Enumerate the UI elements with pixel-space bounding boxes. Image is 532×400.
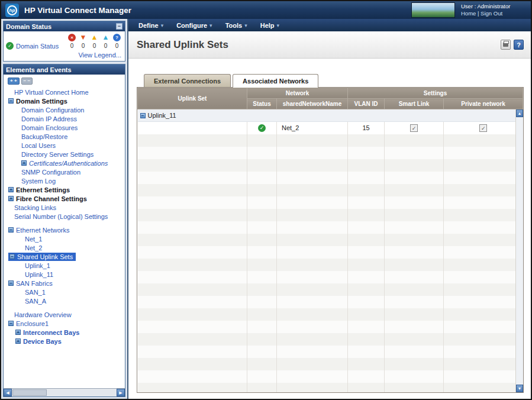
table-row [138, 321, 523, 333]
collapse-node-icon[interactable]: − [8, 280, 14, 286]
tree-item-domain-enclosures[interactable]: Domain Enclosures [5, 123, 125, 132]
expand-node-icon[interactable]: + [15, 330, 21, 335]
tree-item-certificates-authentications[interactable]: + Certificates/Authentications [5, 159, 125, 167]
private-network-checkbox[interactable]: ✓ [479, 124, 487, 132]
scroll-right-icon[interactable]: ▶ [117, 389, 125, 396]
table-row [138, 147, 523, 159]
table-row [138, 172, 523, 184]
table-row [138, 271, 523, 283]
tree-item-net-2[interactable]: Net_2 [5, 243, 125, 252]
expand-node-icon[interactable]: + [8, 196, 14, 201]
table-row [138, 259, 523, 271]
domain-status-panel: Domain Status − × ▼ ▲ ▲ ? ✓ Domain Statu… [3, 21, 125, 62]
sidebar-horizontal-scrollbar[interactable]: ◀ ▶ [4, 388, 125, 396]
tree-item-net-1[interactable]: Net_1 [5, 234, 125, 243]
scroll-up-icon[interactable]: ▲ [516, 109, 523, 117]
table-row [138, 283, 523, 296]
table-row [138, 159, 523, 172]
menu-configure[interactable]: Configure ▾ [170, 22, 218, 29]
tab-external-connections[interactable]: External Connections [144, 74, 231, 87]
menubar: Define ▾ Configure ▾ Tools ▾ Help ▾ [128, 19, 531, 31]
title-actions: ? [501, 40, 524, 50]
tree-item-uplink-1[interactable]: Uplink_1 [5, 261, 125, 270]
error-count: 0 [66, 43, 78, 49]
header-right: User : Administrator Home | Sign Out [411, 2, 531, 18]
tree-item-ethernet-networks[interactable]: − Ethernet Networks [5, 225, 125, 234]
tree-item-shared-uplink-sets[interactable]: − Shared Uplink Sets [5, 252, 125, 261]
tree-item-enclosure1[interactable]: − Enclosure1 [5, 319, 125, 328]
scroll-down-icon[interactable]: ▼ [516, 385, 523, 392]
tree-item-san-1[interactable]: SAN_1 [5, 288, 125, 296]
tree-item-directory-server-settings[interactable]: Directory Server Settings [5, 150, 125, 159]
navigation-tree: + + − − HP Virtual Connect Home − Domain… [4, 75, 125, 388]
content-area: External Connections Associated Networks… [128, 59, 531, 399]
view-legend-link[interactable]: View Legend... [78, 51, 121, 59]
tree-item-ethernet-settings[interactable]: + Ethernet Settings [5, 185, 125, 194]
expand-node-icon[interactable]: + [15, 338, 21, 344]
column-header-private-network: Private network [444, 99, 523, 109]
domain-status-link[interactable]: Domain Status [16, 43, 59, 50]
tree-item-system-log[interactable]: System Log [5, 176, 125, 185]
table-row [138, 134, 523, 147]
tree-item-san-a[interactable]: SAN_A [5, 296, 125, 305]
warning-count: 0 [89, 43, 100, 49]
unknown-count: 0 [111, 43, 122, 49]
menu-tools[interactable]: Tools ▾ [219, 22, 254, 29]
expand-node-icon[interactable]: + [8, 187, 14, 192]
scroll-left-icon[interactable]: ◀ [4, 389, 12, 396]
tree-item-stacking-links[interactable]: Stacking Links [5, 203, 125, 212]
expand-node-icon[interactable]: + [21, 160, 27, 166]
tree-item-backup-restore[interactable]: Backup/Restore [5, 132, 125, 141]
collapse-node-icon[interactable]: − [9, 254, 15, 259]
app-title: HP Virtual Connect Manager [24, 6, 131, 15]
collapse-node-icon[interactable]: − [8, 227, 14, 233]
help-button[interactable]: ? [514, 40, 524, 50]
smart-link-checkbox[interactable]: ✓ [410, 124, 418, 132]
associated-networks-table: Uplink Set Network Settings Status share… [137, 88, 523, 393]
group-header-network: Network [247, 88, 348, 99]
network-row[interactable]: ✓ Net_2 15 ✓ ✓ [138, 122, 523, 134]
tree-spacer [5, 221, 125, 225]
home-link[interactable]: Home [461, 10, 476, 17]
signout-link[interactable]: Sign Out [481, 10, 502, 17]
tree-item-interconnect-bays[interactable]: + Interconnect Bays [5, 328, 125, 337]
error-status-icon: × [68, 34, 76, 41]
uplink-group-label: Uplink_11 [148, 112, 176, 119]
tree-item-hardware-overview[interactable]: Hardware Overview [5, 310, 125, 319]
collapse-group-icon[interactable]: − [140, 113, 146, 118]
ok-status-icon: ✓ [6, 42, 14, 50]
tree-item-vc-home[interactable]: HP Virtual Connect Home [5, 88, 125, 96]
uplink-group-row[interactable]: − Uplink_11 [138, 109, 523, 122]
shared-network-name-cell: Net_2 [277, 122, 348, 134]
collapse-node-icon[interactable]: − [8, 98, 14, 104]
chevron-down-icon: ▾ [277, 22, 280, 28]
column-header-smart-link: Smart Link [385, 99, 444, 109]
tab-associated-networks[interactable]: Associated Networks [233, 74, 318, 88]
table-row [138, 370, 523, 383]
body-row: Domain Status − × ▼ ▲ ▲ ? ✓ Domain Statu… [1, 19, 531, 399]
menu-help[interactable]: Help ▾ [254, 22, 286, 29]
tree-item-san-fabrics[interactable]: − SAN Fabrics [5, 279, 125, 288]
tree-item-serial-number-settings[interactable]: Serial Number (Logical) Settings [5, 212, 125, 221]
tree-item-domain-settings[interactable]: − Domain Settings [5, 96, 125, 105]
severe-status-icon: ▼ [80, 34, 87, 41]
tree-item-uplink-11[interactable]: Uplink_11 [5, 270, 125, 279]
table-row [138, 358, 523, 370]
tree-item-domain-ip-address[interactable]: Domain IP Address [5, 114, 125, 123]
collapse-panel-icon[interactable]: − [116, 23, 122, 30]
tabs: External Connections Associated Networks [137, 74, 524, 87]
tree-item-domain-configuration[interactable]: Domain Configuration [5, 105, 125, 114]
collapse-all-button[interactable]: − − [21, 78, 33, 85]
tree-item-fibre-channel-settings[interactable]: + Fibre Channel Settings [5, 194, 125, 203]
tree-item-local-users[interactable]: Local Users [5, 141, 125, 150]
domain-status-panel-header: Domain Status − [4, 21, 125, 31]
collapse-node-icon[interactable]: − [8, 321, 14, 326]
menu-define[interactable]: Define ▾ [132, 22, 170, 29]
tree-item-device-bays[interactable]: + Device Bays [5, 337, 125, 346]
expand-all-button[interactable]: + + [8, 78, 20, 85]
table-row [138, 184, 523, 196]
tree-item-snmp-configuration[interactable]: SNMP Configuration [5, 167, 125, 176]
table-vertical-scrollbar[interactable]: ▲ ▼ [515, 109, 523, 392]
print-button[interactable] [501, 40, 511, 50]
scrollbar-thumb[interactable] [12, 389, 47, 396]
